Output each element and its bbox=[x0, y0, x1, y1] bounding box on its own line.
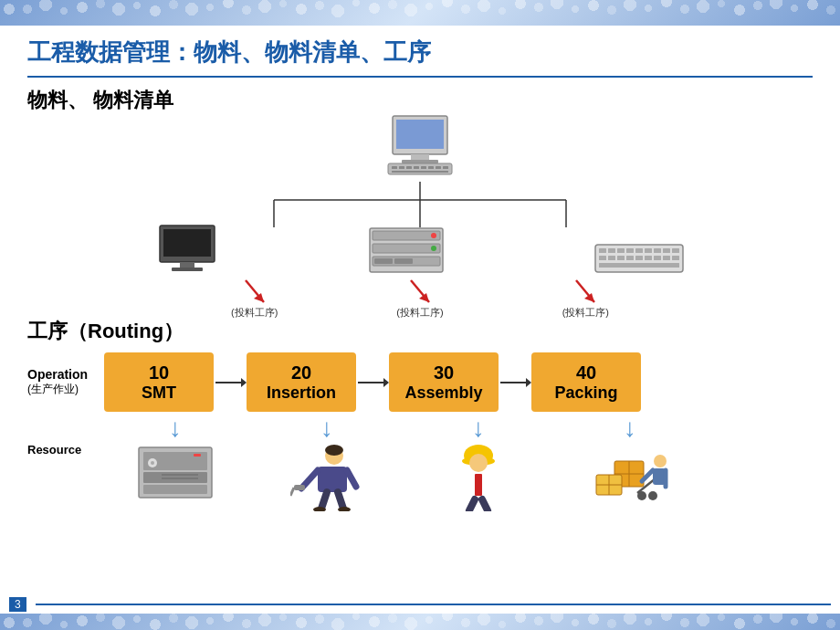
svg-rect-33 bbox=[608, 248, 615, 253]
svg-line-91 bbox=[482, 499, 488, 510]
svg-rect-11 bbox=[436, 166, 441, 169]
op-arrow-1 bbox=[214, 373, 247, 392]
routing-section-label: 工序（Routing） bbox=[27, 318, 813, 345]
svg-rect-44 bbox=[626, 256, 634, 260]
svg-rect-12 bbox=[443, 166, 448, 169]
blue-arrow-packing: ↓ bbox=[624, 415, 636, 441]
svg-rect-30 bbox=[394, 258, 413, 264]
page-number: 3 bbox=[9, 597, 26, 612]
svg-rect-5 bbox=[392, 166, 397, 169]
device-monitor bbox=[155, 224, 219, 277]
svg-rect-48 bbox=[663, 256, 670, 260]
svg-rect-37 bbox=[645, 248, 652, 253]
svg-rect-10 bbox=[428, 166, 434, 169]
svg-rect-42 bbox=[608, 256, 615, 260]
red-arrow-right bbox=[572, 278, 599, 306]
svg-rect-34 bbox=[617, 248, 625, 253]
svg-line-89 bbox=[489, 476, 502, 488]
svg-rect-50 bbox=[599, 263, 679, 268]
blue-arrow-smt: ↓ bbox=[169, 415, 182, 441]
op-arrows-row: 10 SMT 20 Insertion bbox=[104, 352, 641, 412]
svg-line-90 bbox=[469, 499, 475, 510]
svg-rect-1 bbox=[396, 120, 444, 149]
op-arrow-3 bbox=[499, 373, 531, 392]
svg-rect-20 bbox=[163, 229, 211, 257]
resource-insertion: ↓ bbox=[256, 415, 398, 511]
svg-rect-39 bbox=[663, 248, 670, 253]
svg-line-76 bbox=[347, 470, 356, 487]
svg-point-100 bbox=[648, 491, 657, 500]
svg-rect-41 bbox=[599, 256, 606, 260]
svg-line-88 bbox=[455, 476, 467, 488]
materials-section-label: 物料、 物料清单 bbox=[27, 87, 813, 114]
resource-label: Resource bbox=[27, 443, 104, 457]
red-arrow-center bbox=[406, 278, 434, 306]
svg-rect-24 bbox=[373, 231, 440, 240]
device-server bbox=[365, 224, 447, 277]
op-box-smt: 10 SMT bbox=[104, 352, 214, 412]
svg-rect-3 bbox=[402, 160, 438, 163]
svg-point-85 bbox=[469, 454, 488, 472]
svg-rect-46 bbox=[645, 256, 652, 260]
device-keyboard bbox=[593, 240, 685, 277]
resource-assembly: ↓ bbox=[407, 415, 550, 511]
svg-rect-2 bbox=[411, 154, 429, 160]
svg-line-80 bbox=[338, 492, 343, 509]
svg-point-68 bbox=[151, 461, 154, 465]
svg-rect-9 bbox=[421, 166, 426, 169]
resource-items: ↓ bbox=[104, 415, 701, 511]
svg-rect-69 bbox=[162, 474, 198, 476]
svg-rect-35 bbox=[626, 248, 634, 253]
svg-rect-40 bbox=[672, 248, 679, 253]
tree-lines bbox=[183, 182, 657, 227]
svg-rect-29 bbox=[374, 258, 393, 264]
blue-arrow-assembly: ↓ bbox=[472, 415, 485, 441]
svg-rect-47 bbox=[654, 256, 661, 260]
svg-rect-7 bbox=[406, 166, 412, 169]
svg-rect-87 bbox=[475, 474, 482, 496]
svg-point-101 bbox=[654, 455, 667, 467]
op-box-insertion: 20 Insertion bbox=[247, 352, 356, 412]
svg-rect-77 bbox=[294, 485, 305, 490]
svg-rect-43 bbox=[617, 256, 625, 260]
svg-rect-71 bbox=[194, 454, 201, 457]
top-banner bbox=[0, 0, 840, 26]
svg-rect-70 bbox=[162, 478, 198, 479]
page-title: 工程数据管理：物料、物料清单、工序 bbox=[27, 37, 813, 68]
bottom-bar: 3 bbox=[0, 595, 840, 630]
blue-arrow-insertion: ↓ bbox=[320, 415, 333, 441]
svg-line-79 bbox=[321, 492, 327, 509]
bottom-banner bbox=[0, 614, 840, 630]
svg-point-25 bbox=[431, 233, 436, 238]
svg-rect-8 bbox=[414, 166, 419, 169]
bottom-content: 3 bbox=[0, 595, 840, 614]
svg-rect-22 bbox=[172, 268, 203, 271]
svg-rect-36 bbox=[635, 248, 643, 253]
svg-point-73 bbox=[325, 445, 343, 456]
op-box-assembly: 30 Assembly bbox=[389, 352, 499, 412]
svg-rect-74 bbox=[318, 467, 347, 492]
resource-row: Resource ↓ bbox=[27, 415, 813, 511]
svg-rect-45 bbox=[635, 256, 643, 260]
svg-rect-4 bbox=[388, 163, 452, 174]
svg-rect-21 bbox=[180, 262, 194, 268]
operation-label: Operation (生产作业) bbox=[27, 367, 91, 397]
red-arrow-left bbox=[241, 278, 268, 306]
resource-smt: ↓ bbox=[104, 415, 247, 511]
svg-rect-32 bbox=[599, 248, 606, 253]
arrow-label-right: (投料工序) bbox=[562, 306, 609, 320]
resource-packing: ↓ bbox=[559, 415, 701, 511]
svg-rect-66 bbox=[143, 485, 207, 494]
arrow-label-left: (投料工序) bbox=[231, 306, 278, 320]
svg-rect-38 bbox=[654, 248, 661, 253]
operations-area: Operation (生产作业) 10 SMT bbox=[27, 352, 813, 412]
title-underline bbox=[27, 76, 813, 78]
svg-rect-49 bbox=[672, 256, 679, 260]
top-computer bbox=[379, 114, 461, 182]
svg-point-99 bbox=[637, 491, 646, 500]
svg-rect-13 bbox=[392, 171, 448, 173]
op-box-packing: 40 Packing bbox=[531, 352, 641, 412]
svg-rect-6 bbox=[399, 166, 404, 169]
svg-point-27 bbox=[431, 246, 436, 251]
op-arrow-2 bbox=[356, 373, 389, 392]
